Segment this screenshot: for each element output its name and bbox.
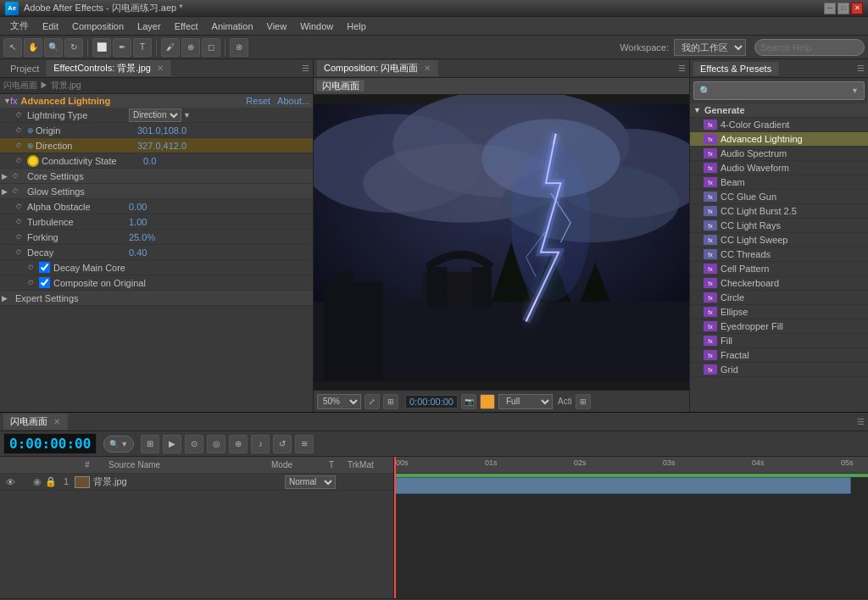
stopwatch-core[interactable]: ⏱ [12,172,24,180]
effects-panel-menu-icon[interactable]: ☰ [857,64,865,73]
tool-pen[interactable]: ✒ [113,38,131,57]
origin-value[interactable]: 301.0,108.0 [137,125,186,136]
prop-core-settings[interactable]: ▶ ⏱ Core Settings [0,169,313,184]
tab-effect-controls[interactable]: EffectControls: 背景.jpg ✕ [47,60,171,76]
timeline-timecode[interactable]: 0:00:00:00 [3,433,97,454]
playhead[interactable] [394,457,396,598]
effect-item-eyedropper-fill[interactable]: fx Eyedropper Fill [690,319,868,334]
tab-timeline[interactable]: 闪电画面 ✕ [3,414,68,430]
layer-lock-btn[interactable]: 🔒 [44,476,58,487]
preview-button[interactable]: ◎ [207,435,225,453]
layer-visibility-toggle[interactable]: 👁 [3,477,17,487]
play-button[interactable]: ▶ [163,435,181,453]
tool-puppet[interactable]: ⊛ [230,38,248,57]
timeline-panel-menu-icon[interactable]: ☰ [857,417,865,426]
stopwatch-glow[interactable]: ⏱ [12,187,24,195]
effect-item-beam[interactable]: fx Beam [690,175,868,190]
grid-toggle[interactable]: ⊞ [576,394,591,409]
tool-zoom[interactable]: 🔍 [44,38,63,57]
comp-tab-close[interactable]: ✕ [424,64,431,73]
stopwatch-alpha[interactable]: ⏱ [15,203,27,210]
effect-reset-button[interactable]: Reset [246,96,270,106]
tool-text[interactable]: T [133,38,152,57]
timeline-tab-close[interactable]: ✕ [53,417,60,426]
effect-about-button[interactable]: About... [277,96,309,106]
menu-composition[interactable]: Composition [65,19,131,33]
decay-main-core-checkbox[interactable] [39,262,50,273]
comp-timecode[interactable]: 0:00:00:00 [405,395,458,408]
close-button[interactable]: ✕ [851,3,863,14]
menu-help[interactable]: Help [340,19,373,33]
effect-item-fractal[interactable]: fx Fractal [690,348,868,363]
color-button[interactable] [480,394,495,409]
layer-toggle[interactable]: ⊞ [141,435,159,453]
tool-eraser[interactable]: ◻ [202,38,220,57]
restore-button[interactable]: □ [837,3,849,14]
effect-item-checkerboard[interactable]: fx Checkerboard [690,276,868,291]
effect-item-cc-light-burst[interactable]: fx CC Light Burst 2.5 [690,204,868,219]
effect-item-4color[interactable]: fx 4-Color Gradient [690,118,868,132]
workspace-dropdown[interactable]: 我的工作区 [674,39,746,56]
sw2[interactable]: ⏱ [27,279,39,286]
forking-value[interactable]: 25.0% [129,232,155,242]
stopwatch-conductivity[interactable]: ⏱ [15,157,27,164]
effect-item-cc-threads[interactable]: fx CC Threads [690,247,868,262]
tab-effects-presets[interactable]: Effects & Presets [693,62,779,75]
camera-button[interactable]: 📷 [461,394,476,409]
stopwatch-icon[interactable]: ⏱ [15,111,27,119]
search-dropdown2[interactable]: ▼ [120,440,128,448]
prop-expert-settings[interactable]: ▶ Expert Settings [0,291,313,306]
resolution-button[interactable]: ⊞ [383,394,398,409]
tab-project[interactable]: Project [3,62,47,75]
search-input[interactable] [754,39,865,56]
effect-item-cell-pattern[interactable]: fx Cell Pattern [690,262,868,276]
search-dropdown-icon[interactable]: ▼ [851,86,859,95]
category-generate[interactable]: ▼ Generate [690,103,868,118]
effect-item-fill[interactable]: fx Fill [690,334,868,348]
turbulence-value[interactable]: 1.00 [129,217,147,227]
stopwatch-decay[interactable]: ⏱ [15,248,27,256]
decay-value[interactable]: 0.40 [129,247,147,258]
conductivity-value[interactable]: 0.0 [143,156,156,166]
tool-rotate[interactable]: ↻ [64,38,83,57]
menu-animation[interactable]: Animation [205,19,260,33]
effect-item-audio-waveform[interactable]: fx Audio Waveform [690,161,868,175]
effect-item-advanced-lightning[interactable]: fx Advanced Lightning [690,132,868,147]
motion-blur[interactable]: ≋ [295,435,314,453]
render-button[interactable]: ⊙ [185,435,203,453]
expand-expert[interactable]: ▶ [2,294,10,303]
track-layer-1[interactable] [394,477,851,494]
alpha-value[interactable]: 0.00 [129,202,147,212]
direction-value[interactable]: 327.0,412.0 [137,141,186,151]
layer-mode-dropdown[interactable]: Normal [285,475,336,489]
stopwatch-direction[interactable]: ⏱ [15,142,27,149]
minimize-button[interactable]: ─ [824,3,836,14]
tool-paint[interactable]: 🖌 [161,38,180,57]
composition-view[interactable] [314,95,689,390]
menu-file[interactable]: 文件 [3,18,36,34]
effect-item-cc-light-rays[interactable]: fx CC Light Rays [690,219,868,233]
effect-item-cc-glue-gun[interactable]: fx CC Glue Gun [690,190,868,204]
tool-clone[interactable]: ⊕ [181,38,200,57]
tab-composition[interactable]: Composition: 闪电画面 ✕ [317,60,438,76]
menu-edit[interactable]: Edit [36,19,65,33]
expand-glow[interactable]: ▶ [2,187,10,196]
effects-search-input[interactable] [715,86,851,96]
composite-original-checkbox[interactable] [39,277,50,288]
comp-panel-menu-icon[interactable]: ☰ [678,64,686,73]
tool-hand[interactable]: ✋ [24,38,42,57]
sw1[interactable]: ⏱ [27,264,39,271]
menu-view[interactable]: View [260,19,294,33]
audio-button[interactable]: ♪ [251,435,270,453]
zoom-dropdown[interactable]: 50% 100% [317,394,361,409]
stopwatch-forking[interactable]: ⏱ [15,233,27,241]
ram-preview[interactable]: ⊛ [229,435,248,453]
tool-select[interactable]: ↖ [3,38,22,57]
menu-effect[interactable]: Effect [168,19,205,33]
effect-item-ellipse[interactable]: fx Ellipse [690,305,868,319]
prop-glow-settings[interactable]: ▶ ⏱ Glow Settings [0,184,313,199]
menu-window[interactable]: Window [293,19,340,33]
timeline-tracks[interactable]: 00s 01s 02s 03s [394,457,868,598]
loop-button[interactable]: ↺ [273,435,292,453]
effect-item-audio-spectrum[interactable]: fx Audio Spectrum [690,147,868,161]
